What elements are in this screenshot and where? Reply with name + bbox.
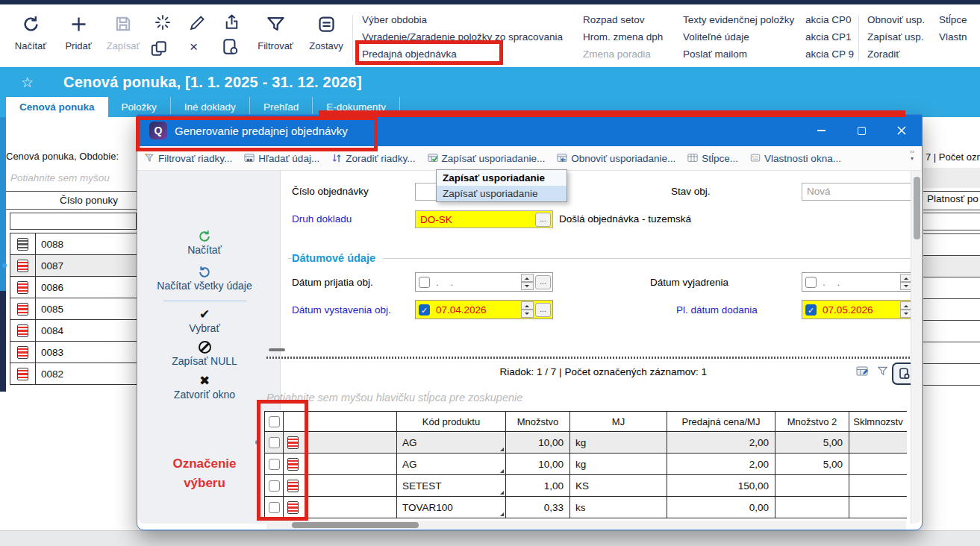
menu-item-zapisat-usp[interactable]: Zapísať usp. bbox=[867, 28, 925, 46]
calendar-button[interactable]: ... bbox=[535, 275, 551, 289]
horizontal-scrollbar[interactable] bbox=[266, 521, 906, 530]
select-all-checkbox[interactable] bbox=[269, 416, 280, 427]
document-type-lookup-button[interactable]: ... bbox=[535, 213, 551, 227]
table-row[interactable]: 0085 bbox=[10, 298, 137, 320]
menu-item-vyber-obdobia[interactable]: Výber obdobia bbox=[362, 11, 563, 28]
menu-item-vlastnosti[interactable]: Vlastn bbox=[939, 28, 967, 46]
add-button[interactable]: Pridať bbox=[55, 9, 102, 63]
grid-edit-icon[interactable] bbox=[856, 365, 868, 377]
menu-item-poslat-mailom[interactable]: Poslať mailom bbox=[683, 46, 794, 63]
row-checkbox[interactable] bbox=[269, 459, 280, 470]
items-grid-row[interactable]: SETEST 1,00 KS 150,00 bbox=[264, 475, 907, 497]
preview-document-icon[interactable] bbox=[221, 37, 240, 57]
row-checkbox[interactable] bbox=[269, 502, 280, 513]
tooltip-menu-item[interactable]: Zapísať usporiadanie bbox=[437, 186, 567, 201]
scrollbar-thumb[interactable] bbox=[914, 177, 920, 239]
sidebar-item-write-null[interactable]: Zapísať NULL bbox=[138, 341, 271, 367]
items-grid-row[interactable]: AG 10,00 kg 2,00 5,00 bbox=[264, 432, 907, 454]
date-checkbox-checked[interactable]: ✓ bbox=[419, 304, 430, 316]
menu-item-texty-evidencnej-polozky[interactable]: Texty evidenčnej položky bbox=[683, 11, 794, 28]
menu-item-obnovit-usp[interactable]: Obnoviť usp. bbox=[867, 11, 925, 28]
column-header-mnozstvo2[interactable]: Množstvo 2 bbox=[775, 412, 849, 431]
close-button[interactable] bbox=[890, 119, 913, 142]
sidebar-item-close-window[interactable]: ✖ Zatvoriť okno bbox=[138, 374, 271, 401]
menu-item-zoradit[interactable]: Zoradiť bbox=[867, 46, 925, 63]
table-row[interactable]: 0084 bbox=[10, 320, 137, 342]
menu-item-hrom-zmena-dph[interactable]: Hrom. zmena dph bbox=[583, 28, 663, 46]
menu-item-akcia-cp0[interactable]: akcia CP0 bbox=[805, 11, 854, 28]
window-properties-button[interactable]: Vlastnosti okna... bbox=[750, 153, 841, 164]
menu-item-akcia-cp1[interactable]: akcia CP1 bbox=[805, 28, 854, 46]
column-header-kod-produktu[interactable]: Kód produktu bbox=[397, 412, 506, 431]
date-spinner[interactable] bbox=[521, 301, 534, 318]
load-button[interactable]: Načítať bbox=[7, 9, 54, 63]
date-spinner[interactable] bbox=[521, 274, 534, 290]
planned-delivery-date-field[interactable]: ✓ 07.05.2026 bbox=[802, 300, 915, 319]
busy-sparkle-icon[interactable] bbox=[154, 13, 172, 31]
reports-button[interactable]: Zostavy bbox=[303, 9, 349, 63]
save-layout-button[interactable]: Zapísať usporiadanie... bbox=[428, 153, 546, 164]
receipt-date-field[interactable]: . . ... bbox=[415, 272, 553, 292]
minimize-button[interactable] bbox=[810, 119, 832, 142]
columns-button[interactable]: Stĺpce... bbox=[687, 153, 738, 164]
calendar-button[interactable]: ... bbox=[535, 303, 551, 317]
filter-button[interactable]: Filtrovať bbox=[252, 9, 299, 63]
table-row[interactable]: 0088 bbox=[10, 233, 137, 255]
table-row[interactable]: 0083 bbox=[10, 342, 137, 363]
items-grid-header[interactable]: Kód produktu Množstvo MJ Predajná cena/M… bbox=[264, 411, 907, 432]
grid-filter-icon[interactable] bbox=[877, 365, 888, 377]
row-checkbox[interactable] bbox=[269, 480, 280, 492]
table-row-selected[interactable]: 0087 bbox=[10, 255, 137, 277]
order-state-input[interactable]: Nová bbox=[802, 183, 915, 201]
copy-icon[interactable] bbox=[149, 39, 169, 58]
sidebar-item-select[interactable]: ✔ Vybrať bbox=[138, 307, 271, 334]
response-date-field[interactable]: . . bbox=[802, 272, 915, 292]
column-header-mj[interactable]: MJ bbox=[570, 412, 667, 431]
menu-item-volitelne-udaje[interactable]: Voliteľné údaje bbox=[683, 28, 794, 46]
menu-item-predajna-objednavka[interactable]: Predajná objednávka bbox=[362, 46, 563, 63]
filter-rows-button[interactable]: Filtrovať riadky... bbox=[144, 153, 232, 164]
delete-x-icon[interactable]: × bbox=[190, 39, 198, 55]
table-row[interactable]: 0082 bbox=[10, 363, 137, 385]
toolbar-overflow-button[interactable]: ››▾ bbox=[906, 148, 918, 162]
table-row[interactable]: 0086 bbox=[10, 277, 137, 298]
dialog-titlebar[interactable]: Q Generovanie predajnej objednávky bbox=[137, 115, 922, 146]
edit-pencil-icon[interactable] bbox=[188, 13, 207, 32]
favorite-star-icon[interactable]: ☆ bbox=[21, 74, 34, 91]
search-data-button[interactable]: Hľadať údaj... bbox=[244, 153, 319, 164]
document-type-field[interactable]: DO-SK ... bbox=[415, 210, 553, 228]
menu-item-rozpad-setov[interactable]: Rozpad setov bbox=[583, 11, 663, 28]
export-icon[interactable] bbox=[222, 13, 241, 31]
row-checkbox[interactable] bbox=[269, 437, 280, 448]
items-grid-row[interactable]: TOVAR100 0,33 ks 0,00 bbox=[264, 497, 907, 518]
maximize-button[interactable] bbox=[850, 119, 873, 142]
date-checkbox-unchecked[interactable] bbox=[805, 277, 817, 288]
document-type-label: Druh dokladu bbox=[292, 213, 352, 225]
column-header-sklmnozstvo[interactable]: Sklmnozstv bbox=[849, 412, 907, 431]
menu-item-zmena-poradia[interactable]: Zmena poradia bbox=[583, 46, 663, 63]
issue-date-field[interactable]: ✓ 07.04.2026 ... bbox=[415, 300, 553, 319]
menu-item-stlpce[interactable]: Stĺpce bbox=[939, 11, 967, 28]
menu-item-vyradenie-zaradenie[interactable]: Vyradenie/Zaradenie položky zo spracovan… bbox=[362, 28, 563, 46]
column-header-platnost-po[interactable]: Platnosť po bbox=[927, 193, 979, 204]
quotes-table-header[interactable]: Číslo ponuky bbox=[6, 191, 137, 210]
date-checkbox-unchecked[interactable] bbox=[419, 277, 430, 288]
vertical-scrollbar[interactable] bbox=[911, 171, 921, 524]
sidebar-item-load-all[interactable]: Načítať všetky údaje bbox=[138, 265, 271, 292]
items-grid: Kód produktu Množstvo MJ Predajná cena/M… bbox=[264, 411, 907, 518]
column-header-mnozstvo[interactable]: Množstvo bbox=[506, 412, 570, 431]
tab-cenova-ponuka[interactable]: Cenová ponuka bbox=[6, 97, 108, 117]
sort-rows-button[interactable]: Zoradiť riadky... bbox=[331, 153, 415, 164]
save-button[interactable]: Zapísať bbox=[100, 9, 146, 63]
items-grid-row[interactable]: AG 10,00 kg 2,00 5,00 bbox=[264, 454, 907, 475]
date-checkbox-checked[interactable]: ✓ bbox=[805, 304, 817, 316]
column-header-cislo-ponuky[interactable]: Číslo ponuky bbox=[41, 192, 137, 210]
quotes-filter-row[interactable] bbox=[10, 213, 137, 230]
column-header-predajna-cena[interactable]: Predajná cena/MJ bbox=[667, 412, 775, 431]
response-date-label: Dátum vyjadrenia bbox=[650, 277, 728, 288]
scrollbar-thumb[interactable] bbox=[292, 522, 419, 528]
restore-layout-button[interactable]: Obnoviť usporiadanie... bbox=[557, 153, 675, 164]
splitter-handle[interactable] bbox=[269, 348, 285, 351]
menu-item-akcia-cp9[interactable]: akcia CP 9 bbox=[805, 46, 854, 63]
sidebar-item-load[interactable]: Načítať bbox=[138, 229, 271, 256]
